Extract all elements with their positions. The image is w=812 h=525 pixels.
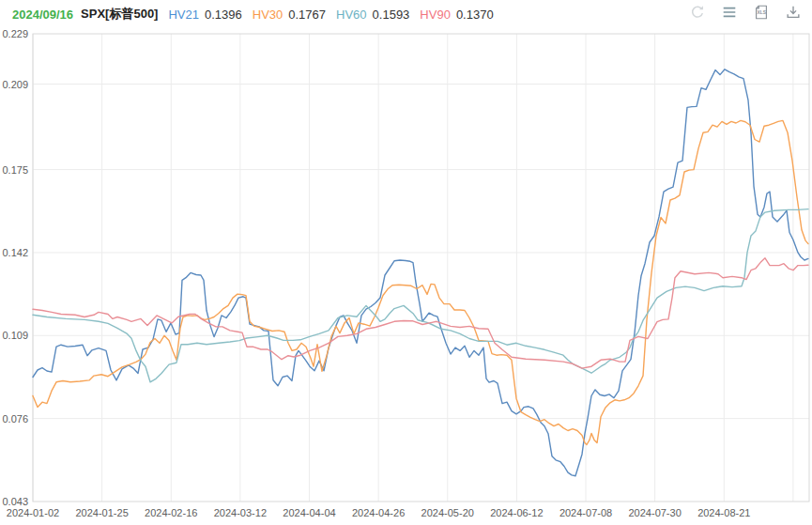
y-tick-label: 0.229 xyxy=(2,28,28,39)
symbol-label: SPX[标普500] xyxy=(81,6,158,23)
y-tick-label: 0.209 xyxy=(2,79,28,90)
quote-date: 2024/09/16 xyxy=(12,8,73,22)
legend-series-name: HV21 xyxy=(168,8,199,22)
download-button[interactable] xyxy=(784,3,803,22)
legend-series-value: 0.1370 xyxy=(456,8,494,22)
x-tick-label: 2024-04-26 xyxy=(352,507,405,518)
series-line-hv21 xyxy=(33,69,808,476)
svg-text:XLS: XLS xyxy=(757,10,766,15)
legend-series-name: HV60 xyxy=(336,8,367,22)
menu-button[interactable] xyxy=(720,3,739,22)
hv-chart-plot-area[interactable]: 2024-01-022024-01-252024-02-162024-03-12… xyxy=(0,0,812,525)
legend-series-value: 0.1767 xyxy=(288,8,326,22)
export-xls-button[interactable]: XLS xyxy=(752,3,771,22)
x-tick-label: 2024-07-30 xyxy=(629,507,682,518)
legend-series-value: 0.1396 xyxy=(205,8,242,22)
y-tick-label: 0.109 xyxy=(2,330,28,341)
legend-series-name: HV90 xyxy=(420,8,451,22)
x-tick-label: 2024-03-12 xyxy=(214,507,267,518)
x-tick-label: 2024-01-02 xyxy=(7,507,59,518)
legend: HV210.1396HV300.1767HV600.1593HV900.1370 xyxy=(158,8,493,22)
x-tick-label: 2024-07-08 xyxy=(559,507,612,518)
legend-item-hv21[interactable]: HV210.1396 xyxy=(168,8,241,22)
legend-item-hv60[interactable]: HV600.1593 xyxy=(336,8,409,22)
x-tick-label: 2024-04-04 xyxy=(283,507,335,518)
x-tick-label: 2024-05-20 xyxy=(421,507,474,518)
refresh-button[interactable] xyxy=(688,3,707,22)
legend-item-hv90[interactable]: HV900.1370 xyxy=(420,8,493,22)
legend-series-value: 0.1593 xyxy=(373,8,410,22)
legend-item-hv30[interactable]: HV300.1767 xyxy=(253,8,326,22)
y-tick-label: 0.076 xyxy=(2,413,28,425)
x-tick-label: 2024-06-12 xyxy=(490,507,543,518)
download-icon xyxy=(785,4,802,21)
x-tick-label: 2024-08-21 xyxy=(697,507,750,518)
refresh-icon xyxy=(689,4,706,21)
volatility-chart-widget: 2024-01-022024-01-252024-02-162024-03-12… xyxy=(0,0,812,525)
y-tick-label: 0.043 xyxy=(2,496,28,507)
export-xls-icon: XLS xyxy=(753,4,770,21)
y-tick-label: 0.142 xyxy=(2,247,28,258)
legend-series-name: HV30 xyxy=(253,8,283,22)
x-tick-label: 2024-01-25 xyxy=(75,507,128,518)
plot-border xyxy=(33,34,809,502)
series-line-hv60 xyxy=(33,209,808,382)
y-tick-label: 0.175 xyxy=(2,164,28,176)
x-tick-label: 2024-02-16 xyxy=(145,507,197,518)
chart-toolbar: XLS xyxy=(688,3,803,22)
menu-icon xyxy=(721,4,738,21)
